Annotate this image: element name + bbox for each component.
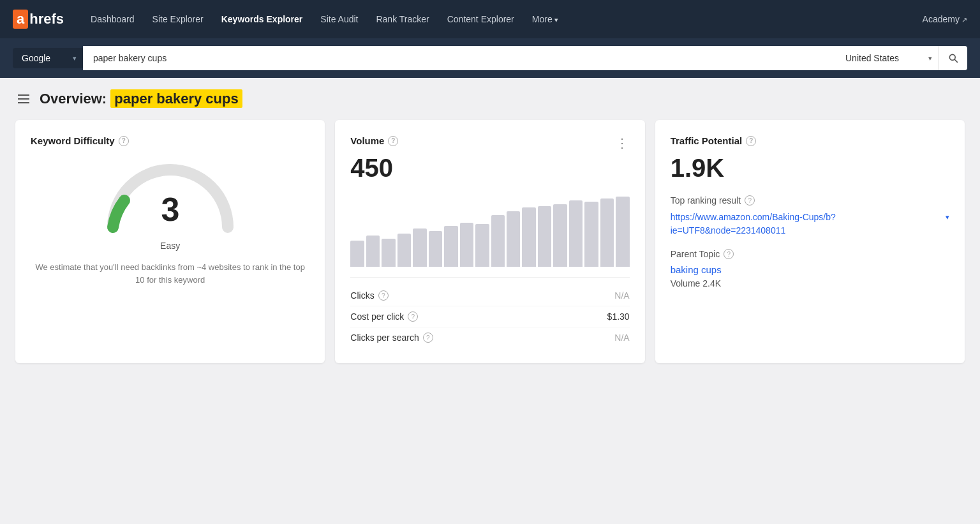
kd-help-icon[interactable]: ? — [119, 136, 129, 146]
traffic-top-ranking-section: Top ranking result ? https://www.amazon.… — [671, 195, 949, 237]
chart-bar — [553, 204, 567, 267]
link-dropdown-arrow-icon[interactable]: ▾ — [946, 213, 949, 221]
menu-line-2 — [18, 98, 29, 100]
svg-line-1 — [954, 59, 957, 62]
stat-row-clicks: Clicks ? N/A — [350, 285, 629, 306]
page-content: Overview: paper bakery cups Keyword Diff… — [0, 78, 980, 524]
chart-bar — [616, 197, 629, 267]
chart-bar — [382, 239, 395, 267]
cpc-help-icon[interactable]: ? — [408, 311, 418, 322]
traffic-help-icon[interactable]: ? — [746, 136, 756, 146]
chart-bar — [507, 211, 520, 267]
nav-item-keywords-explorer[interactable]: Keywords Explorer — [214, 9, 311, 29]
search-engine-wrapper: Google Bing YouTube — [13, 48, 83, 68]
kd-description: We estimate that you'll need backlinks f… — [31, 261, 309, 286]
stat-cpc-label: Cost per click ? — [350, 311, 418, 322]
chart-bar — [475, 224, 489, 267]
nav-links: Dashboard Site Explorer Keywords Explore… — [83, 9, 923, 29]
parent-topic-link[interactable]: baking cups — [671, 264, 722, 275]
volume-stats: Clicks ? N/A Cost per click ? $1.30 Clic… — [350, 277, 629, 348]
kd-gauge-container: 3 — [31, 154, 309, 237]
volume-help-icon[interactable]: ? — [388, 136, 398, 146]
volume-more-button[interactable]: ⋮ — [616, 135, 630, 151]
logo[interactable]: a hrefs — [13, 10, 64, 29]
kd-card: Keyword Difficulty ? 3 Easy We estimate … — [15, 120, 325, 363]
chart-bar — [429, 231, 442, 267]
nav-item-site-explorer[interactable]: Site Explorer — [145, 9, 211, 29]
top-ranking-link-wrapper: https://www.amazon.com/Baking-Cups/b?ie=… — [671, 211, 949, 237]
svg-text:3: 3 — [161, 191, 179, 228]
country-select-wrapper: United States United Kingdom Canada Aust… — [836, 46, 939, 70]
top-ranking-url-link[interactable]: https://www.amazon.com/Baking-Cups/b?ie=… — [671, 211, 943, 237]
search-input[interactable] — [83, 46, 836, 70]
parent-topic-label: Parent Topic ? — [671, 249, 949, 259]
volume-card-title: Volume ? — [350, 135, 398, 146]
logo-a: a — [13, 10, 28, 29]
chart-bar — [569, 200, 583, 267]
stat-cps-text: Clicks per search — [350, 333, 419, 343]
nav-item-more[interactable]: More — [524, 9, 566, 29]
nav-academy-link[interactable]: Academy — [923, 14, 967, 24]
search-icon — [948, 53, 958, 63]
stat-row-cps: Clicks per search ? N/A — [350, 327, 629, 348]
stat-clicks-text: Clicks — [350, 290, 374, 301]
stat-clicks-value: N/A — [614, 290, 629, 301]
country-select[interactable]: United States United Kingdom Canada Aust… — [836, 46, 939, 70]
stat-row-cpc: Cost per click ? $1.30 — [350, 306, 629, 327]
parent-volume: Volume 2.4K — [671, 278, 949, 288]
traffic-number: 1.9K — [671, 154, 949, 183]
stat-cpc-value: $1.30 — [607, 311, 630, 322]
overview-keyword: paper bakery cups — [110, 89, 242, 108]
stat-clicks-label: Clicks ? — [350, 290, 388, 301]
chart-bar — [444, 226, 457, 267]
chart-bar — [397, 234, 411, 267]
nav-item-content-explorer[interactable]: Content Explorer — [440, 9, 522, 29]
chart-bar — [522, 207, 535, 267]
menu-line-1 — [18, 94, 29, 96]
menu-line-3 — [18, 102, 29, 103]
chart-bar — [491, 215, 505, 267]
parent-volume-value: 2.4K — [702, 278, 721, 288]
parent-volume-label: Volume — [671, 278, 701, 288]
chart-bar — [366, 236, 380, 267]
overview-title-text: Overview: — [40, 91, 110, 107]
nav-item-dashboard[interactable]: Dashboard — [83, 9, 142, 29]
parent-topic-text: Parent Topic — [671, 249, 720, 259]
traffic-title-text: Traffic Potential — [671, 135, 743, 146]
search-submit-button[interactable] — [939, 46, 967, 70]
chart-bar — [538, 206, 551, 267]
chart-bar — [460, 223, 473, 267]
top-ranking-text: Top ranking result — [671, 195, 741, 206]
clicks-help-icon[interactable]: ? — [378, 290, 389, 301]
search-bar: Google Bing YouTube United States United… — [0, 38, 980, 78]
nav-item-rank-tracker[interactable]: Rank Tracker — [368, 9, 436, 29]
menu-icon[interactable] — [15, 92, 32, 106]
traffic-card: Traffic Potential ? 1.9K Top ranking res… — [655, 120, 965, 363]
stat-cps-label: Clicks per search ? — [350, 333, 433, 343]
volume-header: Volume ? ⋮ — [350, 135, 629, 154]
stat-cps-value: N/A — [614, 333, 629, 343]
volume-card: Volume ? ⋮ 450 Clicks ? N/A — [335, 120, 644, 363]
chart-bar — [413, 228, 426, 267]
stat-cpc-text: Cost per click — [350, 311, 404, 322]
chart-bar — [350, 241, 364, 267]
nav-right: Academy — [923, 14, 967, 24]
top-ranking-help-icon[interactable]: ? — [745, 195, 755, 206]
nav-item-site-audit[interactable]: Site Audit — [313, 9, 366, 29]
traffic-parent-topic-section: Parent Topic ? baking cups Volume 2.4K — [671, 249, 949, 288]
logo-hrefs: hrefs — [29, 11, 64, 27]
chart-bar — [600, 198, 614, 267]
top-ranking-label: Top ranking result ? — [671, 195, 949, 206]
volume-number: 450 — [350, 154, 629, 183]
parent-topic-help-icon[interactable]: ? — [724, 249, 734, 259]
kd-title-text: Keyword Difficulty — [31, 135, 115, 146]
kd-gauge-svg: 3 — [100, 154, 241, 237]
cards-grid: Keyword Difficulty ? 3 Easy We estimate … — [15, 120, 965, 363]
navbar: a hrefs Dashboard Site Explorer Keywords… — [0, 0, 980, 38]
volume-title-text: Volume — [350, 135, 384, 146]
page-title: Overview: paper bakery cups — [40, 91, 242, 107]
cps-help-icon[interactable]: ? — [423, 333, 433, 343]
kd-card-title: Keyword Difficulty ? — [31, 135, 309, 146]
search-engine-select[interactable]: Google Bing YouTube — [13, 48, 83, 68]
overview-header: Overview: paper bakery cups — [15, 91, 965, 107]
